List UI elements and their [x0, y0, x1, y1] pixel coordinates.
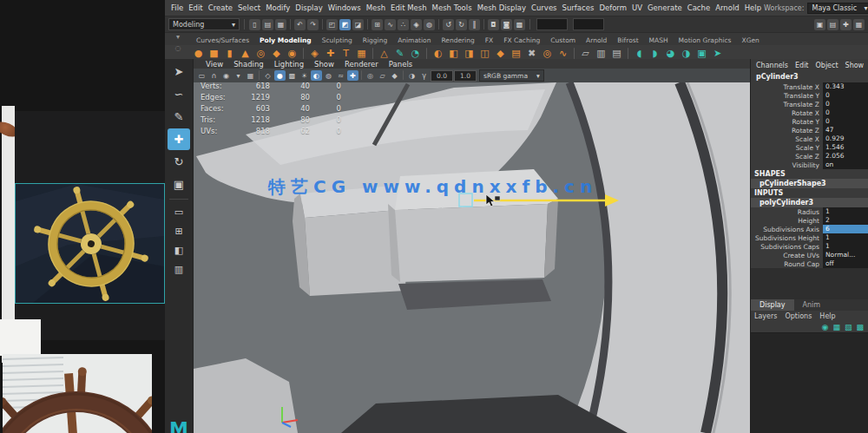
panel-menu-item[interactable]: View: [201, 60, 228, 69]
channel-value-field[interactable]: 47: [823, 126, 868, 134]
exposure-field[interactable]: 0.0: [431, 70, 453, 82]
save-scene-icon[interactable]: ▦: [275, 19, 286, 30]
channel-value-field[interactable]: 1.546: [823, 143, 868, 152]
smooth-icon[interactable]: ∿: [556, 46, 570, 60]
toggle-layer-visibility-icon[interactable]: ◉: [822, 323, 829, 331]
offset-edge-loop-icon[interactable]: ▤: [609, 46, 624, 60]
gamma-field[interactable]: 1.0: [454, 70, 477, 82]
attribute-value-field[interactable]: 1: [823, 233, 868, 242]
render-icon[interactable]: ◘: [488, 19, 499, 30]
shelf-tab[interactable]: Poly Modeling: [254, 36, 317, 45]
menu-item[interactable]: Cache: [685, 3, 713, 12]
poly-torus-icon[interactable]: ◎: [253, 46, 268, 60]
attribute-label[interactable]: Subdivisions Height: [751, 234, 823, 242]
pause-icon[interactable]: ‖: [469, 19, 480, 30]
mirror-sculpt-icon[interactable]: ▣: [694, 46, 709, 60]
redo-icon[interactable]: ↷: [307, 19, 319, 30]
attribute-value-field[interactable]: 1: [823, 242, 868, 251]
quad-draw-icon[interactable]: ▱: [578, 46, 593, 60]
select-hierarchy-icon[interactable]: ◰: [326, 19, 338, 30]
menu-item[interactable]: Edit Mesh: [388, 3, 430, 12]
history-output-icon[interactable]: ↻: [456, 19, 467, 30]
channel-box-menu-item[interactable]: Show: [842, 62, 868, 69]
tool-settings-icon[interactable]: ✚: [840, 19, 852, 30]
menu-item[interactable]: Mesh Display: [475, 3, 529, 12]
menu-item[interactable]: UV: [629, 3, 645, 12]
smooth-brush-icon[interactable]: ◗: [648, 46, 662, 60]
shelf-tab[interactable]: Curves/Surfaces: [191, 36, 254, 45]
menu-item[interactable]: Display: [293, 3, 325, 12]
menu-item[interactable]: Generate: [645, 3, 685, 12]
channel-value-field[interactable]: 2.056: [823, 152, 868, 161]
poly-cylinder-icon[interactable]: ▮: [222, 46, 237, 60]
menu-item[interactable]: Mesh Tools: [430, 3, 475, 12]
target-weld-icon[interactable]: ◎: [540, 46, 555, 60]
exposure-icon[interactable]: ◑: [406, 70, 418, 81]
attribute-editor-icon[interactable]: ▤: [827, 19, 838, 30]
poly-cone-icon[interactable]: ▲: [238, 46, 253, 60]
pinch-brush-icon[interactable]: ◑: [679, 46, 694, 60]
channel-box-menu-item[interactable]: Channels: [753, 62, 792, 69]
snap-point-icon[interactable]: ∴: [398, 19, 409, 30]
channel-box-menu-item[interactable]: Edit: [792, 62, 812, 69]
shelf-tab[interactable]: XGen: [737, 36, 765, 45]
channel-box-menu-item[interactable]: Object: [812, 62, 842, 69]
input-node-name[interactable]: polyCylinder3: [751, 198, 868, 207]
view-transform-dropdown[interactable]: sRGB gamma▾: [479, 69, 544, 82]
channel-label[interactable]: Scale Y: [751, 144, 823, 152]
shadows-icon[interactable]: ◐: [311, 70, 322, 81]
single-pane-layout-button[interactable]: ▭: [168, 203, 190, 221]
xray-icon[interactable]: ▱: [377, 70, 388, 81]
attribute-label[interactable]: Subdivisions Caps: [751, 243, 823, 251]
layer-menu-item[interactable]: Help: [819, 312, 835, 320]
channel-label[interactable]: Rotate X: [751, 109, 823, 117]
menu-item[interactable]: Help: [742, 3, 764, 12]
attribute-value-field[interactable]: 2: [823, 216, 868, 225]
shaded-icon[interactable]: ●: [274, 70, 286, 81]
menu-item[interactable]: Select: [235, 3, 263, 12]
menu-item[interactable]: Windows: [326, 3, 364, 12]
move-tool[interactable]: ✚: [168, 128, 190, 150]
shelf-tab[interactable]: MASH: [644, 36, 674, 45]
channel-value-field[interactable]: on: [823, 161, 868, 169]
menu-item[interactable]: Deform: [596, 3, 629, 12]
boolean-union-icon[interactable]: ◐: [431, 46, 445, 60]
paint-effects-icon[interactable]: ✎: [392, 46, 407, 60]
shape-node-name[interactable]: pCylinderShape3: [751, 179, 868, 188]
modeling-toolkit-icon[interactable]: ▣: [814, 19, 825, 30]
open-scene-icon[interactable]: ▤: [262, 19, 273, 30]
bookmarks-icon[interactable]: ▾: [233, 70, 244, 81]
channel-value-field[interactable]: 0: [823, 100, 868, 108]
attribute-value-field[interactable]: Normal...: [823, 251, 868, 259]
shelf-tab[interactable]: FX Caching: [498, 36, 545, 45]
channel-value-field[interactable]: 0.929: [823, 134, 868, 143]
wireframe-icon[interactable]: ◇: [262, 70, 273, 81]
channel-label[interactable]: Rotate Y: [751, 118, 823, 126]
new-scene-icon[interactable]: ▯: [249, 19, 260, 30]
channel-label[interactable]: Translate Y: [751, 92, 823, 100]
split-pane-layout-button[interactable]: ◧: [168, 241, 190, 259]
attribute-label[interactable]: Create UVs: [751, 252, 823, 259]
textured-icon[interactable]: ▩: [286, 70, 298, 81]
sculpt-mesh-icon[interactable]: ◔: [408, 46, 423, 60]
input-field-relative[interactable]: [573, 18, 604, 30]
attribute-label[interactable]: Radius: [751, 208, 823, 216]
grab-brush-icon[interactable]: ◕: [663, 46, 678, 60]
panel-menu-item[interactable]: Show: [309, 60, 339, 69]
ipr-render-icon[interactable]: ◙: [501, 19, 512, 30]
gamma-icon[interactable]: γ: [418, 70, 430, 81]
menu-item[interactable]: Arnold: [713, 3, 742, 12]
menuset-dropdown[interactable]: Modeling▾: [168, 18, 240, 30]
outliner-pane-layout-button[interactable]: ▥: [168, 260, 190, 279]
poly-disc-icon[interactable]: ◉: [285, 46, 299, 60]
snap-grid-icon[interactable]: ⊞: [372, 19, 383, 30]
scale-tool[interactable]: ▣: [168, 174, 190, 195]
attribute-label[interactable]: Height: [751, 217, 823, 225]
isolate-select-icon[interactable]: ◎: [365, 70, 376, 81]
attribute-label[interactable]: Round Cap: [751, 260, 823, 268]
select-component-icon[interactable]: ◪: [352, 19, 364, 30]
wood-wheel-reference-photo[interactable]: [3, 354, 152, 433]
paint-select-tool[interactable]: ✎: [168, 106, 190, 128]
layer-tab[interactable]: Display: [751, 299, 794, 311]
menu-item[interactable]: File: [168, 3, 186, 12]
